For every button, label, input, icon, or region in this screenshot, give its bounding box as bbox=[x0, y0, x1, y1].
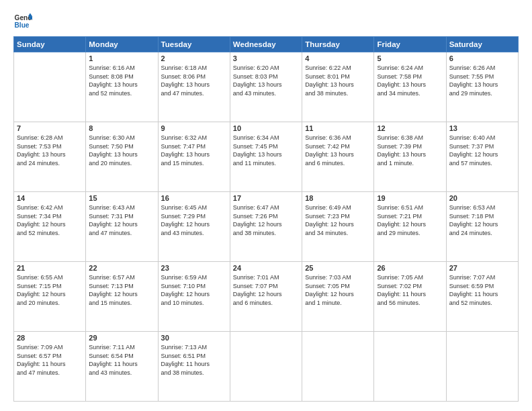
day-number: 20 bbox=[449, 194, 515, 202]
cell-content: Sunrise: 7:03 AM Sunset: 7:05 PM Dayligh… bbox=[305, 273, 371, 307]
day-number: 26 bbox=[377, 264, 443, 272]
cell-content: Sunrise: 6:16 AM Sunset: 8:08 PM Dayligh… bbox=[89, 64, 154, 97]
cell-content: Sunrise: 6:34 AM Sunset: 7:45 PM Dayligh… bbox=[233, 134, 299, 167]
day-number: 9 bbox=[161, 124, 227, 132]
cell-content: Sunrise: 6:22 AM Sunset: 8:01 PM Dayligh… bbox=[305, 64, 371, 97]
day-number: 10 bbox=[233, 124, 299, 132]
calendar-cell: 25Sunrise: 7:03 AM Sunset: 7:05 PM Dayli… bbox=[302, 262, 374, 332]
calendar-cell: 17Sunrise: 6:47 AM Sunset: 7:26 PM Dayli… bbox=[230, 192, 302, 262]
day-number: 24 bbox=[233, 264, 299, 272]
cell-content: Sunrise: 7:11 AM Sunset: 6:54 PM Dayligh… bbox=[89, 343, 154, 377]
cell-content: Sunrise: 6:30 AM Sunset: 7:50 PM Dayligh… bbox=[89, 134, 154, 167]
calendar-cell: 9Sunrise: 6:32 AM Sunset: 7:47 PM Daylig… bbox=[158, 122, 230, 192]
cell-content: Sunrise: 6:53 AM Sunset: 7:18 PM Dayligh… bbox=[449, 203, 515, 237]
day-number: 11 bbox=[305, 124, 371, 132]
weekday-header-tuesday: Tuesday bbox=[158, 37, 230, 52]
calendar-cell: 15Sunrise: 6:43 AM Sunset: 7:31 PM Dayli… bbox=[86, 192, 158, 262]
day-number: 8 bbox=[89, 124, 154, 132]
calendar-cell: 21Sunrise: 6:55 AM Sunset: 7:15 PM Dayli… bbox=[14, 262, 86, 332]
logo-icon: General Blue bbox=[13, 12, 32, 31]
cell-content: Sunrise: 6:51 AM Sunset: 7:21 PM Dayligh… bbox=[377, 203, 443, 237]
cell-content: Sunrise: 6:47 AM Sunset: 7:26 PM Dayligh… bbox=[233, 203, 299, 237]
week-row-4: 21Sunrise: 6:55 AM Sunset: 7:15 PM Dayli… bbox=[14, 262, 519, 332]
day-number: 12 bbox=[377, 124, 443, 132]
calendar-cell: 7Sunrise: 6:28 AM Sunset: 7:53 PM Daylig… bbox=[14, 122, 86, 192]
calendar-cell: 22Sunrise: 6:57 AM Sunset: 7:13 PM Dayli… bbox=[86, 262, 158, 332]
day-number: 18 bbox=[305, 194, 371, 202]
cell-content: Sunrise: 6:32 AM Sunset: 7:47 PM Dayligh… bbox=[161, 134, 227, 167]
calendar-cell bbox=[374, 332, 446, 402]
cell-content: Sunrise: 7:01 AM Sunset: 7:07 PM Dayligh… bbox=[233, 273, 299, 307]
week-row-1: 1Sunrise: 6:16 AM Sunset: 8:08 PM Daylig… bbox=[14, 52, 519, 122]
calendar-cell: 14Sunrise: 6:42 AM Sunset: 7:34 PM Dayli… bbox=[14, 192, 86, 262]
weekday-header-saturday: Saturday bbox=[446, 37, 518, 52]
weekday-header-sunday: Sunday bbox=[14, 37, 86, 52]
calendar-cell: 10Sunrise: 6:34 AM Sunset: 7:45 PM Dayli… bbox=[230, 122, 302, 192]
day-number: 25 bbox=[305, 264, 371, 272]
day-number: 4 bbox=[305, 54, 371, 62]
calendar-cell: 12Sunrise: 6:38 AM Sunset: 7:39 PM Dayli… bbox=[374, 122, 446, 192]
day-number: 6 bbox=[449, 54, 515, 62]
cell-content: Sunrise: 6:55 AM Sunset: 7:15 PM Dayligh… bbox=[17, 273, 83, 307]
calendar-cell: 23Sunrise: 6:59 AM Sunset: 7:10 PM Dayli… bbox=[158, 262, 230, 332]
calendar-cell: 3Sunrise: 6:20 AM Sunset: 8:03 PM Daylig… bbox=[230, 52, 302, 122]
calendar-cell: 28Sunrise: 7:09 AM Sunset: 6:57 PM Dayli… bbox=[14, 332, 86, 402]
cell-content: Sunrise: 6:20 AM Sunset: 8:03 PM Dayligh… bbox=[233, 64, 299, 97]
day-number: 28 bbox=[17, 334, 83, 342]
calendar-cell: 2Sunrise: 6:18 AM Sunset: 8:06 PM Daylig… bbox=[158, 52, 230, 122]
weekday-header-friday: Friday bbox=[374, 37, 446, 52]
week-row-2: 7Sunrise: 6:28 AM Sunset: 7:53 PM Daylig… bbox=[14, 122, 519, 192]
cell-content: Sunrise: 6:28 AM Sunset: 7:53 PM Dayligh… bbox=[17, 134, 83, 167]
day-number: 21 bbox=[17, 264, 83, 272]
day-number: 13 bbox=[449, 124, 515, 132]
day-number: 2 bbox=[161, 54, 227, 62]
calendar-cell: 24Sunrise: 7:01 AM Sunset: 7:07 PM Dayli… bbox=[230, 262, 302, 332]
day-number: 27 bbox=[449, 264, 515, 272]
day-number: 14 bbox=[17, 194, 83, 202]
day-number: 3 bbox=[233, 54, 299, 62]
day-number: 5 bbox=[377, 54, 443, 62]
cell-content: Sunrise: 6:42 AM Sunset: 7:34 PM Dayligh… bbox=[17, 203, 83, 237]
svg-text:Blue: Blue bbox=[15, 21, 30, 29]
cell-content: Sunrise: 6:43 AM Sunset: 7:31 PM Dayligh… bbox=[89, 203, 154, 237]
page: General Blue SundayMondayTuesdayWednesda… bbox=[0, 0, 532, 411]
calendar-cell: 5Sunrise: 6:24 AM Sunset: 7:58 PM Daylig… bbox=[374, 52, 446, 122]
cell-content: Sunrise: 6:40 AM Sunset: 7:37 PM Dayligh… bbox=[449, 134, 515, 167]
day-number: 23 bbox=[161, 264, 227, 272]
cell-content: Sunrise: 6:18 AM Sunset: 8:06 PM Dayligh… bbox=[161, 64, 227, 97]
calendar-cell: 29Sunrise: 7:11 AM Sunset: 6:54 PM Dayli… bbox=[86, 332, 158, 402]
weekday-header-thursday: Thursday bbox=[302, 37, 374, 52]
calendar-cell: 4Sunrise: 6:22 AM Sunset: 8:01 PM Daylig… bbox=[302, 52, 374, 122]
logo: General Blue bbox=[13, 12, 32, 31]
day-number: 29 bbox=[89, 334, 154, 342]
day-number: 17 bbox=[233, 194, 299, 202]
cell-content: Sunrise: 6:24 AM Sunset: 7:58 PM Dayligh… bbox=[377, 64, 443, 97]
calendar-cell: 30Sunrise: 7:13 AM Sunset: 6:51 PM Dayli… bbox=[158, 332, 230, 402]
calendar-cell: 8Sunrise: 6:30 AM Sunset: 7:50 PM Daylig… bbox=[86, 122, 158, 192]
cell-content: Sunrise: 6:57 AM Sunset: 7:13 PM Dayligh… bbox=[89, 273, 154, 307]
day-number: 16 bbox=[161, 194, 227, 202]
cell-content: Sunrise: 6:38 AM Sunset: 7:39 PM Dayligh… bbox=[377, 134, 443, 167]
day-number: 19 bbox=[377, 194, 443, 202]
week-row-3: 14Sunrise: 6:42 AM Sunset: 7:34 PM Dayli… bbox=[14, 192, 519, 262]
calendar-cell: 26Sunrise: 7:05 AM Sunset: 7:02 PM Dayli… bbox=[374, 262, 446, 332]
cell-content: Sunrise: 7:05 AM Sunset: 7:02 PM Dayligh… bbox=[377, 273, 443, 307]
cell-content: Sunrise: 6:45 AM Sunset: 7:29 PM Dayligh… bbox=[161, 203, 227, 237]
weekday-header-wednesday: Wednesday bbox=[230, 37, 302, 52]
calendar-cell: 1Sunrise: 6:16 AM Sunset: 8:08 PM Daylig… bbox=[86, 52, 158, 122]
week-row-5: 28Sunrise: 7:09 AM Sunset: 6:57 PM Dayli… bbox=[14, 332, 519, 402]
weekday-header-row: SundayMondayTuesdayWednesdayThursdayFrid… bbox=[14, 37, 519, 52]
calendar-table: SundayMondayTuesdayWednesdayThursdayFrid… bbox=[13, 36, 519, 402]
svg-marker-3 bbox=[29, 16, 32, 19]
calendar-cell: 18Sunrise: 6:49 AM Sunset: 7:23 PM Dayli… bbox=[302, 192, 374, 262]
calendar-cell bbox=[14, 52, 86, 122]
calendar-cell: 27Sunrise: 7:07 AM Sunset: 6:59 PM Dayli… bbox=[446, 262, 518, 332]
header: General Blue bbox=[13, 12, 519, 31]
cell-content: Sunrise: 7:09 AM Sunset: 6:57 PM Dayligh… bbox=[17, 343, 83, 377]
cell-content: Sunrise: 6:49 AM Sunset: 7:23 PM Dayligh… bbox=[305, 203, 371, 237]
day-number: 7 bbox=[17, 124, 83, 132]
calendar-cell: 6Sunrise: 6:26 AM Sunset: 7:55 PM Daylig… bbox=[446, 52, 518, 122]
cell-content: Sunrise: 7:07 AM Sunset: 6:59 PM Dayligh… bbox=[449, 273, 515, 307]
weekday-header-monday: Monday bbox=[86, 37, 158, 52]
calendar-cell: 11Sunrise: 6:36 AM Sunset: 7:42 PM Dayli… bbox=[302, 122, 374, 192]
